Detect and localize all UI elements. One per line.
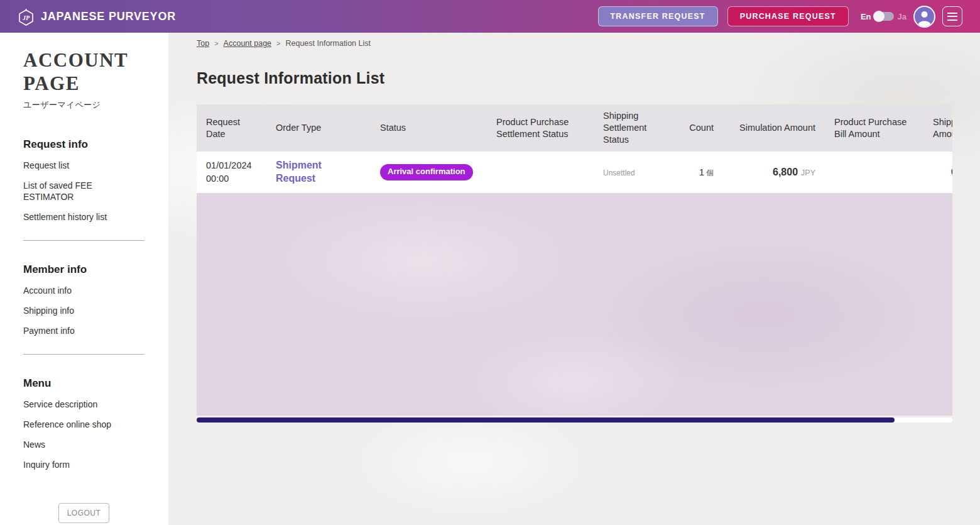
chevron-right-icon: > [214, 40, 218, 47]
sidebar-item-account-info[interactable]: Account info [23, 285, 144, 296]
main-content: Top > Account page > Request Information… [168, 33, 980, 423]
hamburger-icon [947, 13, 957, 14]
breadcrumb-current: Request Information List [285, 39, 371, 48]
svg-text:JP: JP [22, 14, 30, 21]
table-row: 01/01/2024 00:00 Shipment Request Arriva… [197, 152, 952, 193]
purchase-request-button[interactable]: PURCHASE REQUEST [727, 6, 849, 26]
horizontal-scrollbar-track[interactable] [197, 417, 952, 423]
horizontal-scrollbar-thumb[interactable] [197, 417, 895, 423]
table-header-row: Request Date Order Type Status Product P… [197, 104, 952, 152]
sidebar-item-fee-estimator[interactable]: List of saved FEE ESTIMATOR [23, 180, 144, 202]
cell-count: 1個 [681, 166, 729, 179]
breadcrumb-account-page[interactable]: Account page [224, 39, 271, 48]
sidebar-title: ACCOUNT PAGE [23, 49, 144, 95]
sidebar-heading-request-info: Request info [23, 138, 144, 151]
language-label-en: En [861, 12, 871, 21]
transfer-request-button[interactable]: TRANSFER REQUEST [598, 6, 718, 26]
sidebar-item-shipping-info[interactable]: Shipping info [23, 305, 144, 316]
col-product-purchase-settlement-status: Product Purchase Settlement Status [486, 116, 593, 140]
cell-simulation-amount: 6,800JPY [729, 166, 824, 179]
cell-request-date: 01/01/2024 00:00 [197, 159, 266, 185]
sidebar-item-request-list[interactable]: Request list [23, 160, 144, 171]
col-status: Status [370, 122, 486, 134]
col-count: Count [681, 122, 729, 134]
col-request-date: Request Date [197, 116, 266, 140]
request-table: Request Date Order Type Status Product P… [197, 104, 952, 416]
language-toggle-group: En Ja [861, 12, 906, 21]
breadcrumb: Top > Account page > Request Information… [197, 39, 980, 48]
language-label-ja: Ja [898, 12, 906, 21]
col-product-purchase-bill-amount: Product Purchase Bill Amount [824, 116, 917, 140]
brand[interactable]: JP JAPANESE PURVEYOR [18, 8, 176, 26]
sidebar-item-reference-online-shop[interactable]: Reference online shop [23, 419, 144, 430]
col-shipping-amount: Shipping Amount [917, 116, 952, 140]
status-badge: Arrival confirmation [380, 164, 473, 180]
brand-logo-icon: JP [18, 8, 35, 26]
table-overlay-area [197, 193, 952, 416]
top-header: JP JAPANESE PURVEYOR TRANSFER REQUEST PU… [0, 0, 980, 33]
col-simulation-amount: Simulation Amount [729, 122, 824, 134]
cell-shipping-settlement-status: Unsettled [593, 167, 681, 179]
breadcrumb-top[interactable]: Top [197, 39, 209, 48]
sidebar-heading-menu: Menu [23, 377, 144, 390]
user-avatar[interactable] [915, 7, 934, 26]
col-order-type: Order Type [266, 122, 370, 134]
chevron-right-icon: > [276, 40, 280, 47]
brand-title: JAPANESE PURVEYOR [41, 10, 176, 23]
sidebar: ACCOUNT PAGE ユーザーマイページ Request info Requ… [0, 33, 168, 525]
toggle-knob [873, 11, 885, 22]
language-toggle[interactable] [875, 12, 894, 21]
sidebar-divider [23, 240, 144, 241]
sidebar-item-payment-info[interactable]: Payment info [23, 325, 144, 336]
cell-status: Arrival confirmation [370, 164, 486, 180]
page-title: Request Information List [197, 69, 980, 87]
sidebar-item-settlement-history[interactable]: Settlement history list [23, 211, 144, 223]
sidebar-subtitle: ユーザーマイページ [23, 99, 144, 111]
col-shipping-settlement-status: Shipping Settlement Status [593, 110, 681, 146]
sidebar-item-inquiry-form[interactable]: Inquiry form [23, 459, 144, 470]
order-type-link[interactable]: Shipment Request [276, 160, 322, 184]
logout-button[interactable]: LOGOUT [58, 503, 110, 523]
cell-order-type: Shipment Request [266, 159, 370, 185]
sidebar-divider [23, 354, 144, 355]
cell-shipping-amount: 6 [917, 165, 952, 179]
sidebar-item-service-description[interactable]: Service description [23, 399, 144, 410]
sidebar-heading-member-info: Member info [23, 263, 144, 276]
person-icon [915, 7, 934, 26]
hamburger-menu-button[interactable] [942, 6, 962, 26]
sidebar-item-news[interactable]: News [23, 439, 144, 450]
